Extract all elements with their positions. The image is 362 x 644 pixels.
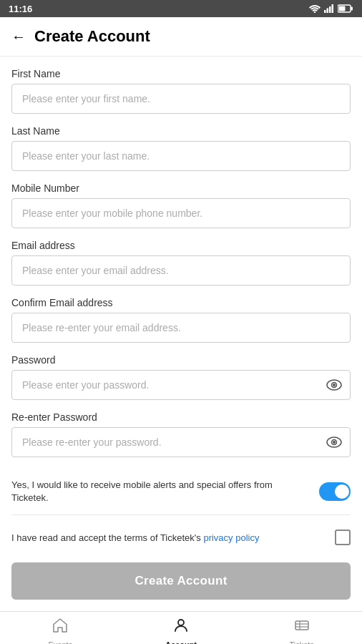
svg-rect-1	[324, 10, 326, 13]
privacy-text: I have read and accept the terms of Tick…	[11, 531, 335, 545]
svg-point-13	[333, 441, 336, 444]
events-icon	[52, 617, 69, 638]
confirm-email-label: Confirm Email address	[11, 297, 351, 308]
nav-item-events[interactable]: Events	[0, 612, 121, 644]
confirm-email-input[interactable]	[11, 313, 351, 343]
svg-rect-2	[327, 9, 329, 14]
svg-rect-6	[351, 7, 353, 11]
status-time: 11:16	[9, 4, 32, 14]
home-icon	[52, 617, 69, 634]
mobile-number-input[interactable]	[11, 198, 351, 228]
first-name-input-wrap	[11, 84, 351, 114]
ticket-icon	[293, 617, 310, 634]
status-icons	[309, 4, 353, 13]
first-name-label: First Name	[11, 68, 351, 79]
password-input[interactable]	[11, 370, 351, 400]
mobile-alerts-toggle[interactable]	[319, 482, 351, 501]
page-header: ← Create Account	[0, 17, 362, 57]
page-title: Create Account	[34, 27, 150, 46]
last-name-field-group: Last Name	[11, 125, 351, 171]
first-name-input[interactable]	[11, 84, 351, 114]
reenter-password-field-group: Re-enter Password	[11, 411, 351, 457]
email-label: Email address	[11, 240, 351, 251]
back-button[interactable]: ←	[11, 29, 26, 44]
password-field-group: Password	[11, 354, 351, 400]
mobile-number-label: Mobile Number	[11, 182, 351, 194]
mobile-number-input-wrap	[11, 198, 351, 228]
toggle-slider	[319, 482, 351, 501]
account-nav-label: Account	[165, 640, 197, 644]
reenter-password-input-wrap	[11, 427, 351, 457]
first-name-field-group: First Name	[11, 68, 351, 114]
svg-point-0	[314, 11, 315, 13]
mobile-alerts-text: Yes, I would like to receive mobile aler…	[11, 479, 319, 504]
user-icon	[172, 617, 190, 634]
privacy-policy-link[interactable]: privacy policy	[203, 532, 259, 543]
confirm-email-input-wrap	[11, 313, 351, 343]
wifi-icon	[309, 4, 321, 13]
last-name-input-wrap	[11, 141, 351, 171]
confirm-email-field-group: Confirm Email address	[11, 297, 351, 343]
password-eye-button[interactable]	[326, 379, 342, 391]
create-account-button[interactable]: Create Account	[11, 562, 351, 600]
mobile-number-field-group: Mobile Number	[11, 182, 351, 228]
password-label: Password	[11, 354, 351, 366]
account-icon	[172, 617, 190, 638]
svg-rect-15	[295, 621, 308, 630]
email-input-wrap	[11, 255, 351, 286]
svg-rect-4	[332, 4, 334, 13]
bottom-nav: Events Account Tickets	[0, 611, 362, 644]
battery-icon	[338, 4, 353, 13]
last-name-input[interactable]	[11, 141, 351, 171]
create-account-button-wrap: Create Account	[0, 557, 362, 611]
password-input-wrap	[11, 370, 351, 400]
svg-rect-3	[329, 6, 331, 13]
tickets-nav-label: Tickets	[289, 640, 313, 644]
email-input[interactable]	[11, 255, 351, 286]
svg-rect-7	[339, 6, 346, 11]
reenter-password-eye-button[interactable]	[326, 436, 342, 448]
reenter-password-label: Re-enter Password	[11, 411, 351, 423]
svg-point-14	[178, 620, 184, 625]
tickets-icon	[293, 617, 310, 638]
reenter-password-input[interactable]	[11, 427, 351, 457]
email-field-group: Email address	[11, 240, 351, 286]
privacy-checkbox[interactable]	[335, 530, 351, 545]
nav-item-tickets[interactable]: Tickets	[241, 612, 362, 644]
privacy-policy-row: I have read and accept the terms of Tick…	[11, 515, 351, 557]
status-bar: 11:16	[0, 0, 362, 17]
svg-point-10	[333, 384, 336, 386]
signal-icon	[324, 4, 334, 13]
create-account-form: First Name Last Name Mobile Number Email…	[0, 57, 362, 557]
eye-icon-2	[326, 436, 342, 448]
last-name-label: Last Name	[11, 125, 351, 137]
nav-item-account[interactable]: Account	[121, 612, 242, 644]
eye-icon	[326, 379, 342, 391]
mobile-alerts-toggle-row: Yes, I would like to receive mobile aler…	[11, 469, 351, 515]
events-nav-label: Events	[49, 640, 73, 644]
